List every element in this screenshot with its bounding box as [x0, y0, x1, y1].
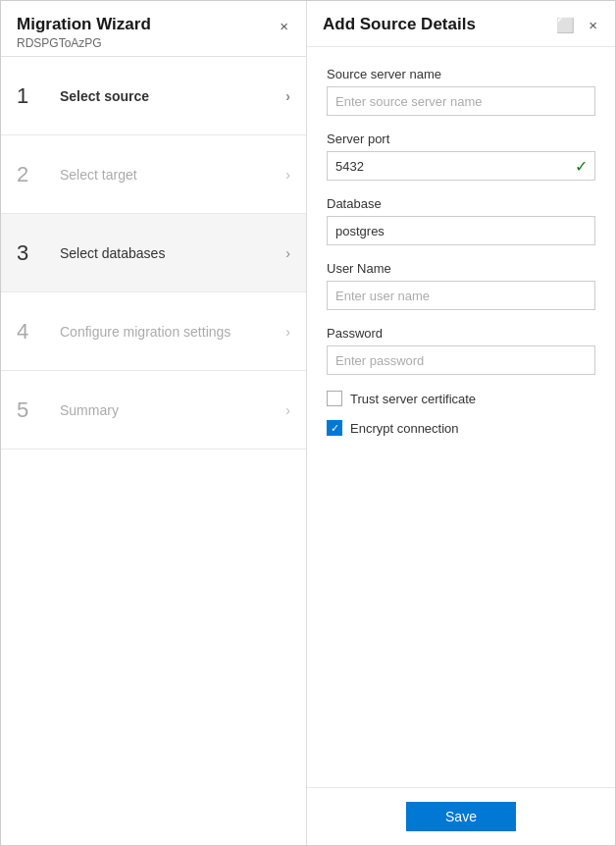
port-check-icon: ✓: [575, 157, 588, 176]
user-name-input[interactable]: [327, 281, 595, 310]
left-close-button[interactable]: ×: [278, 17, 290, 35]
source-server-name-wrap: [327, 86, 595, 116]
database-label: Database: [327, 196, 595, 211]
step-3-chevron: ›: [285, 245, 290, 261]
wizard-steps: 1 Select source › 2 Select target › 3 Se…: [1, 57, 306, 451]
step-5-chevron: ›: [285, 402, 290, 418]
step-5-summary[interactable]: 5 Summary ›: [1, 371, 306, 449]
right-header: Add Source Details ⬜ ×: [307, 1, 615, 47]
step-2-label: Select target: [60, 167, 285, 183]
source-server-name-label: Source server name: [327, 67, 595, 81]
maximize-button[interactable]: ⬜: [554, 16, 577, 34]
trust-cert-row: Trust server certificate: [327, 391, 595, 406]
right-panel-title: Add Source Details: [323, 15, 476, 34]
step-5-number: 5: [17, 397, 48, 423]
database-wrap: [327, 216, 595, 245]
step-4-chevron: ›: [285, 324, 290, 340]
right-close-button[interactable]: ×: [587, 16, 599, 34]
step-2-number: 2: [17, 162, 48, 187]
left-bottom-area: [1, 451, 306, 846]
step-4-number: 4: [17, 319, 48, 344]
user-name-wrap: [327, 281, 595, 310]
step-1-select-source[interactable]: 1 Select source ›: [1, 57, 306, 135]
step-4-label: Configure migration settings: [60, 324, 285, 340]
server-port-label: Server port: [327, 132, 595, 146]
password-input[interactable]: [327, 345, 595, 375]
right-footer: Save: [307, 787, 615, 845]
step-1-label: Select source: [60, 88, 285, 104]
database-group: Database: [327, 196, 595, 245]
server-port-input[interactable]: [327, 151, 595, 181]
step-3-label: Select databases: [60, 245, 285, 261]
user-name-group: User Name: [327, 261, 595, 310]
password-label: Password: [327, 326, 595, 341]
right-panel: Add Source Details ⬜ × Source server nam…: [307, 1, 615, 845]
password-group: Password: [327, 326, 595, 375]
encrypt-conn-checkbox[interactable]: [327, 420, 342, 436]
left-panel: Migration Wizard RDSPGToAzPG × 1 Select …: [1, 1, 307, 845]
wizard-title: Migration Wizard: [17, 15, 151, 34]
left-header: Migration Wizard RDSPGToAzPG ×: [1, 1, 306, 57]
step-5-label: Summary: [60, 402, 285, 418]
trust-cert-label: Trust server certificate: [350, 392, 476, 406]
source-server-name-input[interactable]: [327, 86, 595, 116]
server-port-group: Server port ✓: [327, 132, 595, 181]
right-header-icons: ⬜ ×: [554, 16, 599, 34]
step-1-chevron: ›: [285, 88, 290, 104]
step-3-select-databases[interactable]: 3 Select databases ›: [1, 214, 306, 292]
migration-wizard-window: Migration Wizard RDSPGToAzPG × 1 Select …: [0, 0, 616, 846]
save-button[interactable]: Save: [406, 802, 516, 831]
step-4-configure-migration[interactable]: 4 Configure migration settings ›: [1, 292, 306, 371]
password-wrap: [327, 345, 595, 375]
database-input[interactable]: [327, 216, 595, 245]
right-body: Source server name Server port ✓ Databas…: [307, 47, 615, 787]
encrypt-conn-label: Encrypt connection: [350, 421, 459, 436]
user-name-label: User Name: [327, 261, 595, 276]
server-port-wrap: ✓: [327, 151, 595, 181]
source-server-name-group: Source server name: [327, 67, 595, 116]
wizard-subtitle: RDSPGToAzPG: [17, 36, 151, 50]
step-2-chevron: ›: [285, 167, 290, 183]
trust-cert-checkbox[interactable]: [327, 391, 342, 406]
step-1-number: 1: [17, 83, 48, 109]
encrypt-conn-row: Encrypt connection: [327, 420, 595, 436]
step-3-number: 3: [17, 240, 48, 266]
step-2-select-target[interactable]: 2 Select target ›: [1, 135, 306, 214]
